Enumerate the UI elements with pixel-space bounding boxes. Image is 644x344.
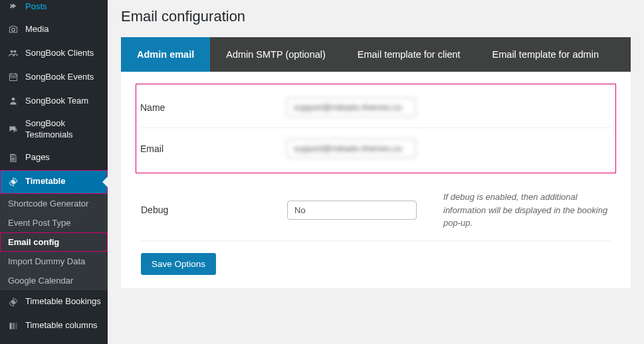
svg-rect-11 bbox=[9, 323, 11, 329]
tab-admin-email[interactable]: Admin email bbox=[121, 37, 210, 72]
sidebar-item-songbook-events[interactable]: SongBook Events bbox=[0, 65, 108, 89]
svg-rect-4 bbox=[11, 77, 12, 78]
name-label: Name bbox=[140, 102, 286, 113]
svg-rect-6 bbox=[15, 77, 16, 78]
debug-label: Debug bbox=[141, 205, 287, 215]
sidebar-item-media[interactable]: Media bbox=[0, 17, 108, 41]
svg-point-0 bbox=[12, 28, 15, 31]
sidebar-sub-import-dummy-data[interactable]: Import Dummy Data bbox=[0, 252, 108, 271]
users-icon bbox=[7, 46, 20, 60]
debug-select[interactable]: No bbox=[287, 201, 417, 220]
sidebar-sub-event-post-type[interactable]: Event Post Type bbox=[0, 213, 108, 232]
sidebar-item-songbook-team[interactable]: SongBook Team bbox=[0, 89, 108, 113]
gear-icon bbox=[7, 175, 20, 189]
sidebar-item-posts[interactable]: Posts bbox=[0, 0, 108, 17]
svg-point-1 bbox=[11, 50, 13, 53]
name-input[interactable] bbox=[286, 98, 416, 117]
sidebar-item-label: SongBook Clients bbox=[25, 48, 94, 59]
sidebar-item-label: SongBook Team bbox=[25, 96, 88, 107]
sidebar-item-events[interactable]: Events bbox=[0, 338, 108, 344]
sidebar-item-timetable[interactable]: Timetable bbox=[0, 170, 108, 194]
sidebar-item-timetable-bookings[interactable]: Timetable Bookings bbox=[0, 290, 108, 314]
page-title: Email configuration bbox=[121, 0, 631, 37]
page-icon bbox=[7, 151, 20, 165]
sidebar-submenu: Shortcode Generator Event Post Type Emai… bbox=[0, 194, 108, 290]
sidebar-item-label: Posts bbox=[25, 1, 47, 13]
sidebar-item-songbook-clients[interactable]: SongBook Clients bbox=[0, 41, 108, 65]
sidebar-sub-shortcode-generator[interactable]: Shortcode Generator bbox=[0, 194, 108, 213]
pin-icon bbox=[7, 0, 20, 13]
sidebar-item-timetable-columns[interactable]: Timetable columns bbox=[0, 314, 108, 338]
sidebar-item-label: Timetable columns bbox=[25, 320, 98, 331]
comments-icon bbox=[7, 123, 20, 136]
debug-description: If debug is enabled, then additional inf… bbox=[443, 191, 611, 230]
svg-point-10 bbox=[12, 301, 15, 303]
sidebar-sub-google-calendar[interactable]: Google Calendar bbox=[0, 271, 108, 290]
sidebar-item-label: Media bbox=[25, 24, 49, 35]
sidebar-item-label: SongBook Events bbox=[25, 72, 94, 83]
sidebar-sub-email-config[interactable]: Email config bbox=[0, 232, 108, 252]
svg-rect-12 bbox=[13, 323, 15, 329]
columns-icon bbox=[7, 319, 20, 333]
email-label: Email bbox=[140, 143, 286, 154]
gear-icon bbox=[7, 296, 20, 309]
sidebar-item-label: Timetable Bookings bbox=[25, 296, 101, 307]
person-icon bbox=[7, 94, 20, 108]
save-options-button[interactable]: Save Options bbox=[141, 253, 216, 275]
tab-bar: Admin email Admin SMTP (optional) Email … bbox=[121, 37, 631, 72]
sidebar-item-songbook-testimonials[interactable]: SongBook Testimonials bbox=[0, 113, 108, 146]
tab-admin-smtp[interactable]: Admin SMTP (optional) bbox=[210, 37, 342, 72]
email-input[interactable] bbox=[286, 139, 416, 158]
sidebar-item-label: Timetable bbox=[25, 176, 65, 187]
svg-point-2 bbox=[13, 50, 16, 53]
tab-filler bbox=[615, 37, 631, 72]
svg-point-7 bbox=[12, 98, 15, 101]
svg-rect-13 bbox=[15, 323, 17, 329]
calendar-icon bbox=[7, 70, 20, 84]
svg-rect-8 bbox=[10, 153, 15, 160]
sidebar-item-pages[interactable]: Pages bbox=[0, 146, 108, 170]
sidebar-item-label: SongBook Testimonials bbox=[25, 118, 101, 141]
highlight-box: Name Email bbox=[136, 84, 616, 173]
tab-email-template-client[interactable]: Email template for client bbox=[342, 37, 477, 72]
sidebar-item-label: Pages bbox=[25, 152, 50, 163]
svg-point-9 bbox=[12, 181, 15, 183]
camera-icon bbox=[7, 23, 20, 36]
svg-rect-5 bbox=[13, 77, 14, 78]
tab-email-template-admin[interactable]: Email template for admin bbox=[477, 37, 615, 72]
